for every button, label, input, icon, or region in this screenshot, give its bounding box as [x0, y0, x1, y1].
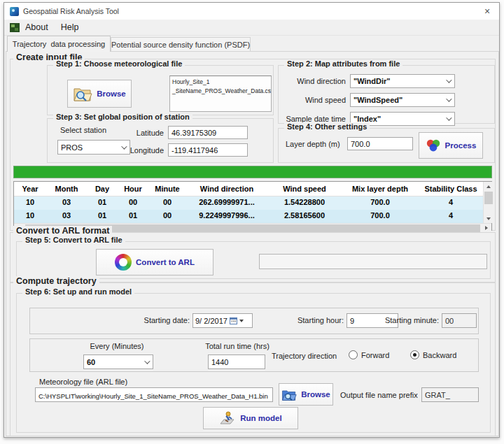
- step1-title: Step 1: Choose meteorological file: [53, 59, 185, 68]
- col-mix-layer-depth: Mix layer depth: [342, 182, 419, 196]
- folder-search-icon: [281, 388, 297, 401]
- close-button[interactable]: ×: [475, 3, 499, 20]
- menu-about[interactable]: About: [24, 21, 55, 34]
- step6-title: Step 6: Set up and run model: [22, 287, 134, 296]
- compute-trajectory-title: Compute trajectory: [13, 276, 99, 286]
- compute-trajectory-group: Compute trajectory Step 6: Set up and ru…: [10, 282, 496, 436]
- cell: 700.0: [342, 196, 419, 210]
- calendar-icon: [230, 317, 237, 324]
- met-file-label: Meteorology file (ARL file): [39, 378, 127, 386]
- cell: 03: [46, 196, 87, 210]
- run-model-icon: [219, 410, 236, 426]
- starting-minute-field[interactable]: [442, 313, 477, 328]
- total-run-time-field[interactable]: [208, 355, 265, 369]
- col-wind-direction: Wind direction: [186, 182, 267, 196]
- cell: 00: [148, 196, 186, 210]
- browse-met-csv-button[interactable]: Browse: [67, 80, 132, 108]
- browse-arl-button[interactable]: Browse: [279, 383, 333, 406]
- app-window: Geospatial Risk Analysis Tool × About He…: [4, 2, 500, 438]
- wind-direction-combo[interactable]: "WindDir": [350, 74, 455, 88]
- step3-title: Step 3: Set global position of station: [53, 113, 192, 121]
- cell: 1.54228800: [267, 196, 342, 210]
- scroll-up-icon[interactable]: [484, 182, 493, 191]
- radio-icon: [410, 350, 419, 359]
- step2-title: Step 2: Map attributes from file: [284, 59, 402, 68]
- cell: 01: [87, 210, 118, 223]
- starting-date-label: Starting date:: [107, 316, 190, 324]
- window-title: Geospatial Risk Analysis Tool: [23, 7, 119, 15]
- scroll-right-icon[interactable]: [482, 224, 491, 233]
- col-wind-speed: Wind speed: [267, 182, 342, 196]
- step2-group: Step 2: Map attributes from file Wind di…: [278, 65, 495, 124]
- tab-psdf[interactable]: Potential source density function (PSDF): [111, 37, 251, 52]
- browse-arl-label: Browse: [301, 390, 330, 399]
- title-bar: Geospatial Risk Analysis Tool ×: [4, 3, 499, 20]
- col-hour: Hour: [118, 182, 148, 196]
- select-station-label: Select station: [60, 126, 106, 134]
- create-input-group: Create input file Step 1: Choose meteoro…: [10, 59, 496, 231]
- col-year: Year: [14, 182, 46, 196]
- latitude-field[interactable]: [168, 126, 248, 139]
- cell: 10: [14, 196, 46, 210]
- menu-help[interactable]: Help: [59, 21, 86, 34]
- vertical-scroll-thumb[interactable]: [484, 192, 493, 204]
- wind-speed-combo[interactable]: "WindSpeed": [350, 93, 455, 107]
- vertical-scrollbar[interactable]: [483, 182, 493, 223]
- every-minutes-value: 60: [87, 358, 95, 366]
- color-wheel-icon: [115, 254, 132, 271]
- file-line2: _SiteName_PROS_Weather_Data.csv: [172, 87, 269, 96]
- every-minutes-combo[interactable]: 60: [83, 355, 153, 369]
- table-grid: Year Month Day Hour Minute Wind directio…: [14, 182, 483, 223]
- radio-forward[interactable]: Forward: [349, 350, 389, 359]
- met-file-field[interactable]: [35, 387, 273, 402]
- cell: 9.2249997996...: [186, 210, 267, 223]
- starting-date-picker[interactable]: 9/ 2/2017: [192, 313, 253, 328]
- folder-search-icon: [73, 85, 92, 102]
- app-icon: [10, 7, 19, 16]
- process-label: Process: [445, 141, 477, 150]
- col-stability-class: Stability Class: [419, 182, 483, 196]
- cell: 03: [46, 210, 87, 223]
- radio-backward[interactable]: Backward: [410, 350, 456, 359]
- convert-to-arl-button[interactable]: Convert to ARL: [96, 249, 214, 275]
- longitude-field[interactable]: [168, 143, 248, 157]
- file-line1: Hourly_Site_1: [172, 78, 269, 87]
- step3-group: Step 3: Set global position of station S…: [47, 118, 274, 163]
- layer-depth-field[interactable]: [347, 137, 413, 150]
- start-time-row: Starting date: 9/ 2/2017 Starting hour: …: [29, 308, 479, 334]
- step1-group: Step 1: Choose meteorological file Brows…: [47, 65, 274, 115]
- latitude-label: Latitude: [125, 129, 164, 137]
- cell: 10: [14, 210, 46, 223]
- process-icon: [426, 138, 441, 152]
- starting-date-value: 9/ 2/2017: [195, 317, 227, 325]
- layer-depth-label: Layer depth (m): [286, 140, 340, 148]
- convert-arl-title: Convert to ARL format: [13, 226, 112, 236]
- starting-minute-label: Starting minute:: [374, 316, 439, 324]
- run-model-button[interactable]: Run model: [203, 407, 298, 429]
- chevron-down-icon: [446, 115, 451, 120]
- table-body: Year Month Day Hour Minute Wind directio…: [14, 182, 491, 223]
- convert-arl-group: Convert to ARL format Step 5: Convert to…: [10, 232, 496, 282]
- wind-speed-value: "WindSpeed": [354, 96, 402, 104]
- convert-progress-bar: [259, 254, 487, 269]
- chevron-down-icon: [446, 96, 451, 101]
- scroll-down-icon[interactable]: [484, 214, 493, 223]
- wind-direction-value: "WindDir": [354, 77, 391, 85]
- station-combo[interactable]: PROS: [57, 140, 130, 155]
- process-button[interactable]: Process: [419, 132, 483, 159]
- convert-to-arl-label: Convert to ARL: [136, 258, 195, 266]
- longitude-label: Longitude: [120, 146, 164, 155]
- cell: 00: [118, 196, 148, 210]
- about-icon: [10, 23, 20, 32]
- output-prefix-field[interactable]: [421, 387, 479, 402]
- tab-trajectory-data-processing[interactable]: Trajectory data processing: [7, 36, 111, 52]
- backward-label: Backward: [423, 351, 456, 359]
- col-minute: Minute: [148, 182, 186, 196]
- chevron-down-icon: [446, 77, 451, 83]
- chevron-down-icon: [144, 358, 150, 364]
- forward-label: Forward: [361, 351, 389, 359]
- menu-bar: About Help: [4, 20, 499, 36]
- radio-icon: [349, 350, 358, 359]
- screen: Geospatial Risk Analysis Tool × About He…: [0, 0, 504, 444]
- trajectory-direction-label: Trajectory direction: [272, 352, 337, 360]
